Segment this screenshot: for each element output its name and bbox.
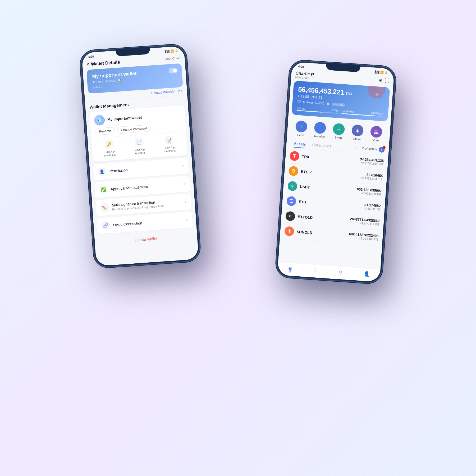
left-status-icons: ▐▐▐ 📶 🔋 [164, 49, 178, 53]
permission-arrow: > [182, 163, 185, 168]
related-wallets-arrow[interactable]: > [181, 89, 183, 93]
multisig-icon: ✏️ [100, 203, 109, 212]
right-status-icons: ▐▐▐ 📶 🔋 [374, 70, 388, 74]
swap-btn[interactable]: ↔ Swap [332, 123, 345, 140]
send-icon: ↑ [295, 120, 308, 133]
rename-button[interactable]: Rename [95, 127, 115, 135]
multisig-arrow: > [184, 199, 187, 204]
wallet-avatar: 💎 [94, 115, 105, 126]
header-chain-label: MainChain [165, 56, 181, 61]
right-time: 4:20 [298, 65, 304, 68]
swap-icon: ↔ [333, 123, 345, 135]
eth-name: ETH [299, 200, 364, 208]
right-phone: 4:20 ▐▐▐ 📶 🔋 Charlie ⇄ MainChain [276, 60, 396, 284]
copy-icon[interactable]: 📋 [117, 78, 121, 82]
dapp-arrow: > [185, 217, 188, 222]
stake-btn[interactable]: ◈ Stake [351, 124, 364, 141]
eth-icon: Ξ [286, 196, 296, 206]
trx-amounts: 34,234,453.126 ≈$ 2,760,842,982 [360, 157, 384, 166]
multisig-text: Multi-signature transaction Request or p… [112, 198, 181, 211]
wallet-tron-icon: 🛡 [297, 99, 301, 104]
send-label: Send [297, 133, 304, 137]
wallet-name-text: My important wallet [107, 115, 142, 122]
back-arrow-icon[interactable]: < [86, 62, 90, 67]
nav-history[interactable]: ⟳ [338, 269, 343, 275]
stake-icon: ◈ [351, 124, 364, 137]
backup-row: 🔑 Back Upprivate key 📄 Back Upkeystore 📝… [95, 132, 183, 158]
left-phone: 4:20 ▐▐▐ 📶 🔋 < Wallet Details MainChain [80, 44, 200, 268]
wallet-details-title: Wallet Details [91, 59, 120, 67]
nav-profile-icon: 👤 [364, 271, 370, 277]
swap-label: Swap [335, 136, 342, 139]
tab-collectibles[interactable]: Collectibles [309, 141, 335, 150]
bandwidth-section: Bandwidth 4000/5000 [341, 109, 383, 117]
signal-icon: ▐▐▐ [164, 50, 170, 53]
wallet-toggle[interactable] [168, 68, 178, 74]
receive-icon: ↓ [314, 122, 326, 134]
usdt-icon: $ [287, 181, 298, 191]
sun-icon: ☀ [284, 226, 294, 236]
energy-section: Energy 37/60 [297, 106, 339, 114]
add-asset-btn[interactable]: +1 [379, 147, 385, 153]
btc-icon: ₿ [289, 166, 299, 176]
nav-assets-icon: ◉ [288, 266, 292, 272]
vote-label: Vote [373, 138, 379, 142]
receive-label: Receive [314, 134, 325, 138]
backup-mnemonic[interactable]: 📝 Back Upmnemonic [156, 135, 183, 154]
receive-qr-icon[interactable]: ⊞ [378, 77, 383, 84]
receive-btn[interactable]: ↓ Receive [314, 122, 326, 138]
vote-icon: 🗳 [370, 126, 383, 138]
assets-list: T TRX 34,234,453.126 ≈$ 2,760,842,982 ₿ … [278, 148, 388, 269]
nav-history-icon: ⟳ [338, 269, 343, 275]
balance-card: 56,456,453.221 TRX 👁 ↗ ≈ $3,951,951.71 🛡 [292, 81, 390, 121]
right-signal-icon: ▐▐▐ [374, 70, 379, 74]
battery-icon: 🔋 [175, 49, 178, 52]
btt-name: BTTOLD [298, 214, 350, 222]
nav-assets[interactable]: ◉ [288, 266, 292, 272]
vote-btn[interactable]: 🗳 Vote [370, 126, 383, 142]
backup-keystore[interactable]: 📄 Back Upkeystore [126, 137, 153, 156]
left-screen: 4:20 ▐▐▐ 📶 🔋 < Wallet Details MainChain [81, 46, 199, 266]
btc-name: BTC ✓ [301, 170, 361, 178]
backup-private-key[interactable]: 🔑 Back Upprivate key [96, 139, 123, 158]
backup-keystore-icon: 📄 [135, 138, 144, 147]
balance-currency: TRX [345, 91, 353, 96]
sun-amounts: 692.418878222498 ≈$ 13.5483871 [349, 232, 379, 241]
preference-icon[interactable]: ↕ [356, 146, 358, 150]
send-btn[interactable]: ↑ Send [295, 120, 308, 137]
wallet-header-nav[interactable]: < Wallet Details [86, 59, 120, 67]
btc-amounts: 30.810455 ≈$ 1555,934,813 [361, 172, 383, 181]
main-header-icons: ⊞ ⛶ [378, 77, 390, 84]
scan-icon[interactable]: ⛶ [385, 78, 390, 84]
stake-label: Stake [353, 137, 361, 141]
tabs-right: ↕ ↕ Preference +1 [356, 145, 385, 153]
backup-mnemonic-icon: 📝 [165, 135, 174, 144]
preference-label[interactable]: ↕ Preference [359, 146, 377, 151]
approval-title: Approval Management [111, 182, 180, 191]
trx-name: TRX [302, 154, 360, 163]
backup-private-key-icon: 🔑 [105, 140, 114, 149]
wallet-details-screen: 4:20 ▐▐▐ 📶 🔋 < Wallet Details MainChain [81, 46, 199, 266]
nav-profile[interactable]: 👤 [364, 271, 370, 277]
dapp-text: DApp Connection [113, 218, 182, 227]
non-hd-badge: Non-HD [331, 102, 345, 107]
usdt-name: USDT [300, 185, 357, 193]
nav-discover-icon: ⬡ [313, 267, 318, 273]
swap-accounts-icon[interactable]: ⇄ [311, 72, 314, 77]
addr-copy-icon[interactable]: 📋 [326, 102, 330, 106]
btt-icon: B [285, 211, 295, 221]
nav-discover[interactable]: ⬡ [313, 267, 318, 273]
nav-active-dot [289, 271, 291, 273]
permission-title: Permission [109, 164, 179, 173]
eth-amounts: 21.174682 ≈$ 85,885.35 [363, 203, 381, 211]
btt-amounts: 2648771.04328662 ≈$ 6.77419355 [350, 217, 380, 226]
dapp-title: DApp Connection [113, 218, 182, 227]
wallet-name-card: 💎 My important wallet Rename Change Pass… [89, 105, 188, 162]
main-header-user-section: Charlie ⇄ MainChain [295, 70, 314, 80]
sun-name: SUNOLD [296, 230, 349, 237]
tab-assets[interactable]: Assets [290, 140, 309, 148]
backup-mnemonic-label: Back Upmnemonic [164, 145, 176, 153]
btc-verified-icon: ✓ [309, 170, 312, 174]
main-wallet-screen: 4:20 ▐▐▐ 📶 🔋 Charlie ⇄ MainChain [277, 62, 394, 282]
change-password-button[interactable]: Change Password [117, 125, 151, 134]
